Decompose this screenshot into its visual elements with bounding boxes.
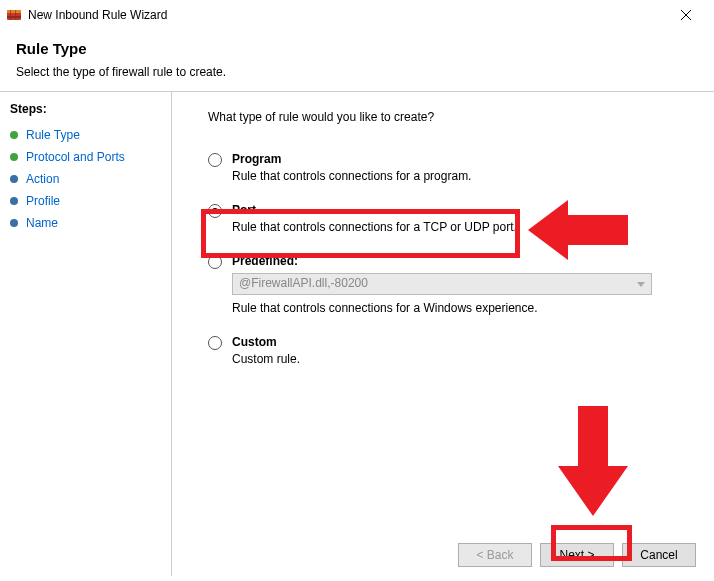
steps-label: Steps:	[10, 102, 171, 116]
radio-custom[interactable]	[208, 336, 222, 350]
back-button: < Back	[458, 543, 532, 567]
option-predefined[interactable]: Predefined: @FirewallAPI.dll,-80200 Rule…	[208, 248, 694, 329]
main-panel: What type of rule would you like to crea…	[172, 92, 714, 576]
option-desc: Custom rule.	[232, 352, 694, 366]
step-name[interactable]: Name	[10, 212, 171, 234]
step-label: Profile	[26, 194, 60, 208]
step-label: Rule Type	[26, 128, 80, 142]
option-title: Custom	[232, 335, 277, 349]
option-title: Program	[232, 152, 281, 166]
steps-list: Rule Type Protocol and Ports Action Prof…	[10, 124, 171, 234]
options-group: Program Rule that controls connections f…	[208, 146, 694, 380]
content-area: Steps: Rule Type Protocol and Ports Acti…	[0, 92, 714, 576]
svg-rect-3	[10, 10, 11, 20]
option-title: Predefined:	[232, 254, 298, 268]
page-subtitle: Select the type of firewall rule to crea…	[16, 65, 698, 79]
step-rule-type[interactable]: Rule Type	[10, 124, 171, 146]
page-title: Rule Type	[16, 40, 698, 57]
window-title: New Inbound Rule Wizard	[28, 8, 666, 22]
question-text: What type of rule would you like to crea…	[208, 110, 694, 124]
radio-port[interactable]	[208, 204, 222, 218]
wizard-buttons: < Back Next > Cancel	[458, 543, 696, 567]
svg-rect-2	[7, 16, 21, 18]
step-label: Name	[26, 216, 58, 230]
step-label: Action	[26, 172, 59, 186]
radio-predefined[interactable]	[208, 255, 222, 269]
close-icon	[681, 10, 691, 20]
radio-program[interactable]	[208, 153, 222, 167]
titlebar: New Inbound Rule Wizard	[0, 0, 714, 30]
steps-sidebar: Steps: Rule Type Protocol and Ports Acti…	[0, 92, 172, 576]
bullet-icon	[10, 197, 18, 205]
step-label: Protocol and Ports	[26, 150, 125, 164]
step-protocol-ports[interactable]: Protocol and Ports	[10, 146, 171, 168]
bullet-icon	[10, 175, 18, 183]
next-button[interactable]: Next >	[540, 543, 614, 567]
select-value: @FirewallAPI.dll,-80200	[239, 276, 368, 290]
cancel-button[interactable]: Cancel	[622, 543, 696, 567]
option-desc: Rule that controls connections for a TCP…	[232, 220, 694, 234]
option-custom[interactable]: Custom Custom rule.	[208, 329, 694, 380]
svg-rect-4	[15, 10, 16, 20]
bullet-icon	[10, 131, 18, 139]
option-desc: Rule that controls connections for a Win…	[232, 301, 694, 315]
option-title: Port	[232, 203, 256, 217]
option-desc: Rule that controls connections for a pro…	[232, 169, 694, 183]
predefined-select[interactable]: @FirewallAPI.dll,-80200	[232, 273, 652, 295]
step-action[interactable]: Action	[10, 168, 171, 190]
bullet-icon	[10, 153, 18, 161]
option-port[interactable]: Port Rule that controls connections for …	[208, 197, 694, 248]
close-button[interactable]	[666, 1, 706, 29]
svg-rect-1	[7, 10, 21, 13]
wizard-header: Rule Type Select the type of firewall ru…	[0, 30, 714, 92]
step-profile[interactable]: Profile	[10, 190, 171, 212]
option-program[interactable]: Program Rule that controls connections f…	[208, 146, 694, 197]
firewall-icon	[6, 7, 22, 23]
bullet-icon	[10, 219, 18, 227]
